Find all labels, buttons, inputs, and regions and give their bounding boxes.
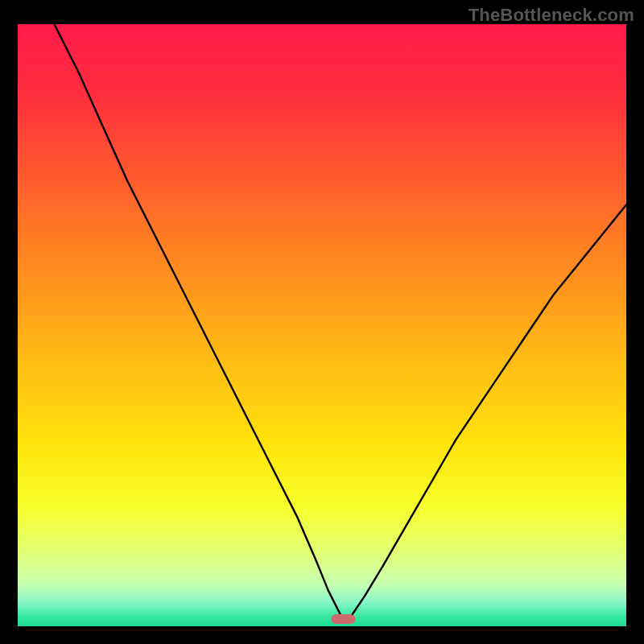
chart-svg — [18, 24, 626, 626]
chart-frame: TheBottleneck.com — [0, 0, 644, 644]
optimum-marker — [332, 614, 356, 624]
gradient-background — [18, 24, 626, 626]
watermark-text: TheBottleneck.com — [469, 5, 634, 26]
plot-area — [18, 24, 626, 626]
